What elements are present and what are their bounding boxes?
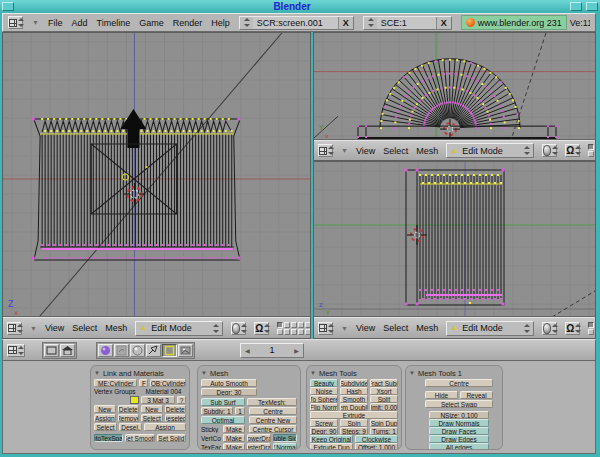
subdiv-field[interactable]: Subdiv: 1: [201, 407, 233, 415]
layer-button[interactable]: [284, 329, 290, 335]
menu-help[interactable]: Help: [211, 18, 230, 28]
degr-field[interactable]: Degr: 90: [310, 427, 338, 435]
vgroup-deselect-button[interactable]: Desel.: [119, 423, 142, 431]
pivot-button[interactable]: Ω: [565, 322, 580, 335]
layer-button[interactable]: [277, 329, 283, 335]
window-menu-button[interactable]: [2, 2, 14, 11]
layer-button[interactable]: [588, 329, 594, 335]
menu-view[interactable]: View: [356, 146, 375, 156]
slower-draw-button[interactable]: SlowerDraw: [247, 434, 271, 442]
noise-button[interactable]: Noise: [310, 387, 338, 395]
menu-mesh[interactable]: Mesh: [105, 323, 127, 333]
texmesh-field[interactable]: TexMesh:: [247, 398, 297, 406]
menu-render[interactable]: Render: [173, 18, 203, 28]
scene-context-button[interactable]: [178, 344, 193, 357]
mode-dropdown[interactable]: ▲ Edit Mode: [446, 321, 534, 336]
viewport-front[interactable]: Zx ▼ View Select Mesh ▲ Edit Mode Ω: [2, 32, 311, 339]
menu-game[interactable]: Game: [139, 18, 164, 28]
screw-button[interactable]: Screw: [310, 419, 338, 427]
layer-button[interactable]: [291, 322, 297, 328]
vertcol-make-button[interactable]: Make: [223, 434, 245, 442]
layer-button[interactable]: [291, 329, 297, 335]
menu-mesh[interactable]: Mesh: [416, 146, 438, 156]
menu-timeline[interactable]: Timeline: [96, 18, 130, 28]
viewport-top[interactable]: Yx ▼ View Select Mesh ▲ Edit Mode Ω: [313, 32, 596, 161]
screen-selector[interactable]: SCR:screen.001 X: [239, 16, 354, 30]
panel-header[interactable]: ▼ Mesh: [201, 368, 297, 378]
menu-mesh[interactable]: Mesh: [416, 323, 438, 333]
xsort-button[interactable]: Xsort: [370, 387, 398, 395]
reveal-button[interactable]: Reveal: [460, 391, 493, 399]
screen-name-field[interactable]: SCR:screen.001: [253, 17, 339, 29]
panel-window-button[interactable]: [44, 344, 59, 357]
object-name-field[interactable]: OB:Cylinder: [150, 379, 186, 387]
autotexspace-toggle[interactable]: AutoTexSpace: [94, 434, 123, 442]
object-context-button[interactable]: [146, 344, 161, 357]
panel-collapse-icon[interactable]: ▼: [310, 370, 316, 376]
shading-context-button[interactable]: [130, 344, 145, 357]
vgroup-assign-button[interactable]: Assign: [94, 414, 116, 422]
window-close-button[interactable]: [586, 2, 598, 11]
centre-new-button[interactable]: Centre New: [249, 416, 297, 424]
viewport-front-canvas[interactable]: Zx: [3, 33, 310, 317]
flip-norm-button[interactable]: Flip Norm: [310, 403, 338, 411]
texface-make-button[interactable]: Make: [223, 443, 245, 450]
scene-name-field[interactable]: SCE:1: [377, 17, 437, 29]
smooth-button[interactable]: Smooth: [340, 395, 368, 403]
menu-select[interactable]: Select: [383, 146, 408, 156]
vgroup-select-button[interactable]: Select: [94, 423, 117, 431]
layer-button[interactable]: [305, 322, 310, 328]
split-button[interactable]: Split: [370, 395, 398, 403]
viewport-side-canvas[interactable]: zy: [314, 162, 595, 317]
sticky-make-button[interactable]: Make: [223, 425, 245, 433]
pivot-button[interactable]: Ω: [565, 144, 580, 157]
layer-button[interactable]: [305, 329, 310, 335]
collapse-menus-icon[interactable]: ▼: [32, 19, 39, 26]
logic-context-button[interactable]: [98, 344, 113, 357]
material-color-swatch[interactable]: [130, 396, 139, 404]
faster-draw-button[interactable]: FasterDraw: [247, 443, 271, 450]
viewport-side[interactable]: zy ▼ View Select Mesh ▲ Edit Mode Ω: [313, 161, 596, 339]
draw-mode-button[interactable]: [542, 144, 557, 157]
menu-view[interactable]: View: [356, 323, 375, 333]
draw-edges-toggle[interactable]: Draw Edges: [429, 435, 489, 443]
scene-browse-icon[interactable]: [367, 18, 374, 27]
double-sided-toggle[interactable]: Double Sided: [273, 434, 297, 442]
material-index-field[interactable]: 3 Mat 3: [141, 396, 175, 404]
menu-view[interactable]: View: [45, 323, 64, 333]
viewport-top-canvas[interactable]: Yx: [314, 33, 595, 140]
mode-dropdown[interactable]: ▲ Edit Mode: [446, 143, 534, 158]
material-delete-button[interactable]: Delete: [165, 405, 187, 413]
panel-header[interactable]: ▼ Mesh Tools: [310, 368, 398, 378]
hash-button[interactable]: Hash: [340, 387, 368, 395]
vgroup-remove-button[interactable]: Remove: [118, 414, 140, 422]
clockwise-toggle[interactable]: Clockwise: [355, 435, 398, 443]
viewport-type-button[interactable]: [7, 322, 22, 335]
collapse-menus-icon[interactable]: ▼: [341, 147, 348, 154]
centre-cursor-button[interactable]: Centre Cursor: [249, 425, 297, 433]
window-type-button[interactable]: [8, 16, 23, 29]
menu-select[interactable]: Select: [383, 323, 408, 333]
optimal-toggle[interactable]: Optimal: [201, 416, 245, 424]
editing-context-button[interactable]: [162, 344, 177, 357]
scene-delete-button[interactable]: X: [437, 18, 451, 28]
spin-dup-button[interactable]: Spin Dup: [370, 419, 398, 427]
all-edges-toggle[interactable]: All edges: [429, 443, 489, 450]
material-help-button[interactable]: ?: [177, 396, 186, 404]
subdivide-button[interactable]: Subdivide: [340, 379, 368, 387]
panel-collapse-icon[interactable]: ▼: [409, 370, 415, 376]
material-assign-button[interactable]: Assign: [144, 423, 186, 431]
auto-smooth-toggle[interactable]: Auto Smooth: [201, 379, 257, 387]
draw-faces-toggle[interactable]: Draw Faces: [429, 427, 489, 435]
steps-field[interactable]: Steps: 9: [340, 427, 368, 435]
menu-file[interactable]: File: [48, 18, 63, 28]
layer-button[interactable]: [588, 151, 594, 157]
panel-header[interactable]: ▼ Mesh Tools 1: [409, 368, 499, 378]
fract-subd-button[interactable]: Fract Subd: [370, 379, 398, 387]
material-select-button[interactable]: Select: [141, 414, 163, 422]
select-swap-button[interactable]: Select Swap: [425, 400, 493, 408]
keep-original-toggle[interactable]: Keep Original: [310, 435, 353, 443]
panel-collapse-icon[interactable]: ▼: [94, 370, 100, 376]
draw-mode-button[interactable]: [231, 322, 246, 335]
script-context-button[interactable]: [114, 344, 129, 357]
